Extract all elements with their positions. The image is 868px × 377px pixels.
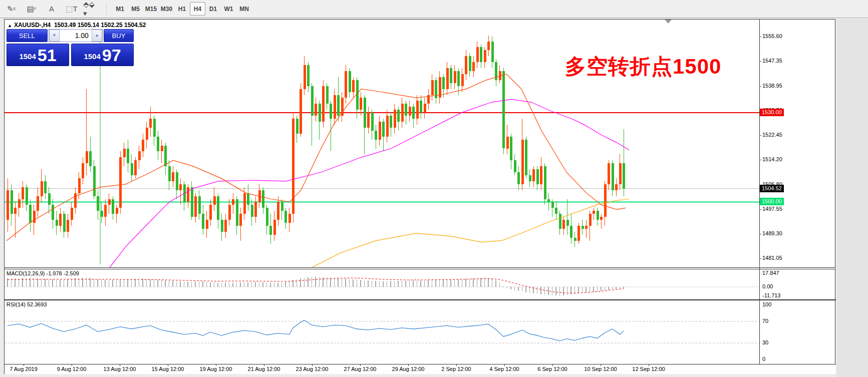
time-tick-mark bbox=[408, 364, 409, 366]
timeframe-button-mn[interactable]: MN bbox=[236, 2, 252, 16]
timeframe-button-w1[interactable]: W1 bbox=[221, 2, 236, 16]
time-tick-mark bbox=[216, 364, 216, 366]
macd-tick-label: 17.847 bbox=[762, 270, 779, 276]
chart-annotation-text: 多空转折点1500 bbox=[565, 53, 721, 81]
macd-pane[interactable] bbox=[5, 269, 759, 299]
price-tick-label: 1522.45 bbox=[762, 132, 782, 138]
candle-wicks-down bbox=[12, 37, 624, 247]
macd-canvas[interactable] bbox=[5, 269, 759, 299]
sell-button[interactable]: SELL bbox=[7, 29, 48, 42]
time-axis-label: 23 Aug 12:00 bbox=[296, 366, 329, 372]
price-tag-1530.00: 1530.00 bbox=[760, 109, 784, 116]
timeframe-button-h1[interactable]: H1 bbox=[174, 2, 190, 16]
time-tick-mark bbox=[24, 364, 24, 366]
rsi-tick-label: 0 bbox=[762, 356, 765, 362]
timeframe-button-m30[interactable]: M30 bbox=[159, 2, 174, 16]
price-tick-mark bbox=[759, 209, 761, 210]
price-tick-label: 1514.20 bbox=[762, 156, 782, 162]
timeframe-button-d1[interactable]: D1 bbox=[205, 2, 221, 16]
time-tick-mark bbox=[649, 364, 649, 366]
chart-shift-marker-icon[interactable] bbox=[665, 20, 672, 24]
one-click-trading-panel: SELL ▼ ▲ BUY 1504 51 1504 97 bbox=[7, 29, 134, 66]
time-tick-mark bbox=[168, 364, 168, 366]
time-tick-mark bbox=[72, 364, 72, 366]
sell-price-major: 1504 bbox=[19, 49, 36, 64]
time-tick-mark bbox=[360, 364, 361, 366]
ma-fast-line bbox=[7, 74, 626, 241]
top-toolbar: ✎E▤FA⬚T⬘⬙ ▾M1M5M15M30H1H4D1W1MN bbox=[0, 0, 868, 18]
timeframe-button-m15[interactable]: M15 bbox=[143, 2, 159, 16]
time-tick-mark bbox=[552, 364, 553, 366]
price-tick-mark bbox=[759, 234, 761, 234]
timeframe-button-m5[interactable]: M5 bbox=[128, 2, 143, 16]
timeframe-button-m1[interactable]: M1 bbox=[112, 2, 128, 16]
volume-input[interactable] bbox=[60, 30, 92, 42]
time-tick-mark bbox=[456, 364, 457, 366]
price-tick-mark bbox=[759, 135, 761, 136]
rsi-pane[interactable] bbox=[5, 300, 759, 364]
price-tick-label: 1489.30 bbox=[762, 230, 782, 236]
time-tick-mark bbox=[504, 364, 505, 366]
time-tick-mark bbox=[120, 364, 120, 366]
arrows-style-icon[interactable]: ⬘⬙ ▾ bbox=[83, 2, 100, 16]
price-tick-mark bbox=[759, 37, 761, 37]
macd-tick-label: -11.713 bbox=[762, 292, 781, 298]
price-tick-label: 1538.95 bbox=[762, 83, 782, 89]
price-tick-label: 1481.05 bbox=[762, 255, 782, 261]
macd-tick-label: 0.00 bbox=[762, 283, 773, 289]
rsi-indicator-label: RSI(14) 52.3693 bbox=[7, 301, 47, 307]
price-tick-label: 1497.55 bbox=[762, 206, 782, 212]
buy-button[interactable]: BUY bbox=[104, 29, 134, 42]
chart-ohlc-values: 1503.49 1505.14 1502.25 1504.52 bbox=[54, 22, 146, 29]
rsi-tick-label: 30 bbox=[762, 339, 768, 345]
time-axis-label: 6 Sep 12:00 bbox=[537, 366, 567, 372]
price-tick-mark bbox=[759, 258, 761, 259]
rsi-tick-label: 100 bbox=[762, 301, 771, 307]
time-axis-label: 12 Sep 12:00 bbox=[632, 366, 665, 372]
macd-indicator-label: MACD(12,26,9) -1.978 -2.509 bbox=[7, 270, 79, 276]
time-axis-label: 27 Aug 12:00 bbox=[344, 366, 377, 372]
ma-slow-line bbox=[306, 199, 629, 268]
volume-widget: ▼ ▲ bbox=[49, 29, 103, 42]
symbol-arrow-icon: ▲ bbox=[8, 23, 12, 28]
time-tick-mark bbox=[312, 364, 313, 366]
draw-tools-icon[interactable]: ✎E bbox=[3, 2, 20, 16]
buy-price-minor: 97 bbox=[102, 46, 121, 64]
price-tick-label: 1547.35 bbox=[762, 58, 782, 64]
sell-price-display[interactable]: 1504 51 bbox=[7, 44, 69, 66]
buy-price-major: 1504 bbox=[84, 49, 100, 64]
chart-symbol: XAUUSD-,H4 bbox=[14, 22, 51, 29]
time-tick-mark bbox=[264, 364, 264, 366]
time-axis-label: 15 Aug 12:00 bbox=[152, 366, 184, 372]
volume-increase-button[interactable]: ▲ bbox=[92, 30, 102, 42]
time-tick-mark bbox=[601, 364, 601, 366]
price-tick-mark bbox=[759, 61, 761, 62]
rsi-line bbox=[8, 320, 624, 341]
price-tag-1504.52: 1504.52 bbox=[760, 185, 784, 192]
buy-price-display[interactable]: 1504 97 bbox=[71, 44, 134, 66]
time-axis-label: 19 Aug 12:00 bbox=[200, 366, 232, 372]
time-axis-label: 13 Aug 12:00 bbox=[104, 366, 136, 372]
price-tag-1500.00: 1500.00 bbox=[760, 198, 784, 205]
toolbar-separator bbox=[106, 3, 107, 15]
candle-bodies-down bbox=[11, 42, 626, 241]
volume-decrease-button[interactable]: ▼ bbox=[49, 30, 60, 42]
chart-title: ▲XAUUSD-,H4 1503.49 1505.14 1502.25 1504… bbox=[8, 22, 146, 29]
chart-window: ▲XAUUSD-,H4 1503.49 1505.14 1502.25 1504… bbox=[4, 19, 835, 374]
time-axis-label: 29 Aug 12:00 bbox=[392, 366, 425, 372]
time-axis-label: 7 Aug 2019 bbox=[10, 366, 38, 372]
rsi-tick-label: 70 bbox=[762, 318, 768, 324]
price-tick-mark bbox=[759, 160, 761, 160]
time-axis-label: 21 Aug 12:00 bbox=[248, 366, 280, 372]
time-axis-label: 2 Sep 12:00 bbox=[441, 366, 471, 372]
text-label-icon[interactable]: A bbox=[43, 2, 60, 16]
time-axis-label: 9 Aug 12:00 bbox=[57, 366, 87, 372]
grid-icon[interactable]: ▤F bbox=[23, 2, 40, 16]
text-box-icon[interactable]: ⬚T bbox=[63, 2, 80, 16]
time-axis-label: 4 Sep 12:00 bbox=[489, 366, 519, 372]
time-axis[interactable]: 7 Aug 20199 Aug 12:0013 Aug 12:0015 Aug … bbox=[5, 364, 836, 374]
price-tick-label: 1555.60 bbox=[762, 33, 782, 39]
time-axis-label: 10 Sep 12:00 bbox=[584, 366, 617, 372]
timeframe-button-h4[interactable]: H4 bbox=[190, 2, 205, 16]
rsi-canvas[interactable] bbox=[5, 300, 759, 364]
